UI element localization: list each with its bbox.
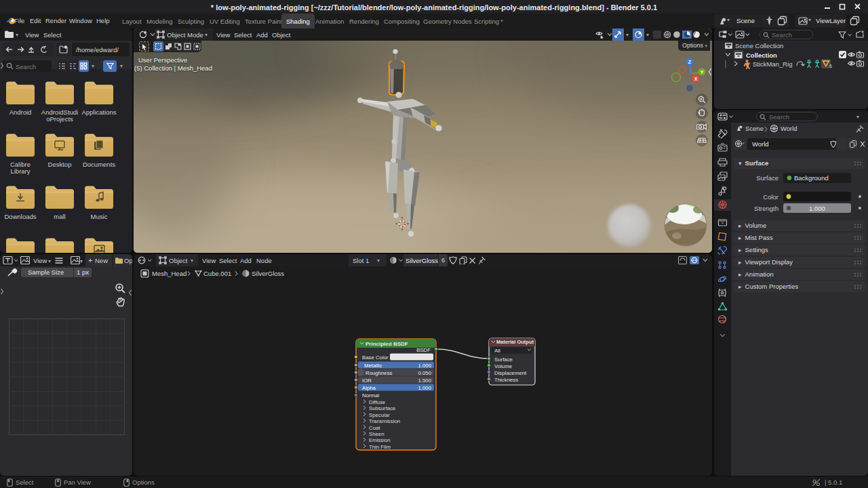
svg-text:Surface: Surface [756, 174, 778, 182]
svg-text:World: World [752, 140, 769, 148]
svg-text:1.000: 1.000 [418, 363, 431, 369]
svg-text:1.000: 1.000 [418, 385, 431, 391]
svg-text:Downloads: Downloads [5, 213, 37, 220]
svg-text:StickMan_Rig: StickMan_Rig [753, 60, 793, 68]
svg-text:Surface: Surface [494, 357, 513, 363]
svg-text:6: 6 [829, 64, 832, 68]
svg-text:1.000: 1.000 [809, 205, 825, 212]
svg-text:Z: Z [688, 60, 692, 64]
svg-text:Coat: Coat [369, 425, 380, 431]
svg-text:Diffuse: Diffuse [369, 399, 385, 405]
svg-text:Strength: Strength [754, 205, 778, 212]
svg-text:Specular: Specular [369, 412, 390, 418]
svg-text:Subsurface: Subsurface [369, 405, 395, 411]
svg-text:Normal: Normal [362, 392, 379, 399]
svg-text:Desktop: Desktop [48, 161, 72, 168]
svg-text:Volume: Volume [494, 363, 512, 369]
svg-text:Roughness: Roughness [366, 370, 393, 376]
svg-text:mall: mall [54, 213, 65, 220]
svg-text:Thin Film: Thin Film [369, 444, 391, 450]
svg-text:Emission: Emission [369, 437, 391, 443]
svg-text:Library: Library [10, 167, 30, 175]
svg-text:IOR: IOR [362, 378, 372, 384]
svg-text:Scene: Scene [745, 125, 764, 132]
svg-text:Android: Android [9, 108, 32, 116]
svg-text:Transmission: Transmission [369, 418, 400, 424]
svg-text:Thickness: Thickness [494, 377, 518, 383]
svg-text:Documents: Documents [83, 161, 115, 168]
svg-text:Color: Color [763, 193, 778, 201]
svg-text:Applications: Applications [81, 108, 116, 116]
svg-text:1.500: 1.500 [418, 378, 431, 384]
svg-text:0.050: 0.050 [418, 370, 431, 376]
svg-text:Y: Y [701, 70, 704, 75]
svg-text:Sheen: Sheen [369, 431, 384, 437]
svg-text:oProjects: oProjects [46, 115, 73, 123]
svg-text:All: All [494, 348, 500, 354]
svg-text:Displacement: Displacement [494, 370, 527, 376]
svg-text:Alpha: Alpha [362, 385, 376, 391]
svg-text:BSDF: BSDF [416, 347, 431, 353]
svg-text:Base Color: Base Color [362, 354, 389, 361]
svg-text:Material Output: Material Output [496, 339, 534, 345]
svg-text:Scene Collection: Scene Collection [735, 42, 783, 49]
svg-text:Principled BSDF: Principled BSDF [366, 341, 408, 347]
svg-text:Collection: Collection [746, 52, 777, 59]
svg-text:Metallic: Metallic [364, 363, 382, 369]
svg-text:World: World [781, 125, 797, 132]
svg-text:Background: Background [794, 174, 829, 182]
svg-text:X: X [694, 77, 698, 81]
svg-text:Music: Music [91, 213, 108, 220]
